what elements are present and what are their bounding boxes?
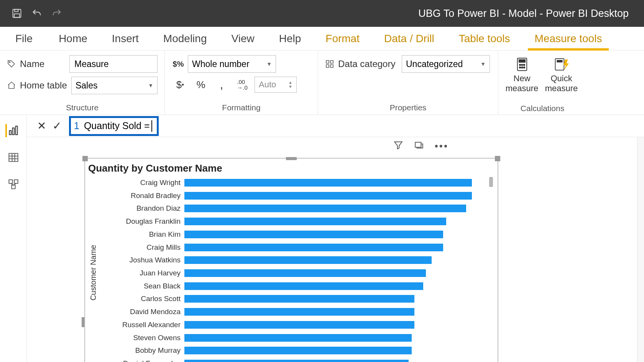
category-icon (325, 59, 334, 69)
chart-bar-row[interactable]: Brandon Diaz (99, 203, 492, 213)
chevron-down-icon: ▼ (148, 82, 153, 88)
resize-handle[interactable] (495, 156, 500, 161)
decimal-button[interactable]: .00→.0 (234, 77, 251, 93)
svg-rect-19 (12, 128, 14, 135)
svg-point-12 (523, 64, 525, 66)
thousands-button[interactable]: , (213, 77, 230, 93)
cancel-formula-button[interactable]: ✕ (34, 118, 49, 134)
home-table-select[interactable]: Sales ▼ (71, 77, 158, 94)
chart-bar-row[interactable]: Russell Alexander (99, 320, 492, 330)
data-view-button[interactable] (6, 151, 21, 164)
tab-help[interactable]: Help (267, 33, 314, 50)
tab-file[interactable]: File (3, 33, 45, 50)
chevron-down-icon: ▼ (266, 61, 272, 67)
bar-chart-visual[interactable]: Quantity by Customer Name Customer Name … (84, 158, 498, 362)
chart-bar-row[interactable]: Steven Owens (99, 333, 492, 343)
bar (184, 218, 446, 225)
new-measure-button[interactable]: New measure (505, 55, 539, 94)
currency-button[interactable]: $▾ (172, 77, 189, 93)
more-options-icon[interactable]: ••• (435, 140, 449, 152)
tab-insert[interactable]: Insert (100, 33, 151, 50)
bar (184, 282, 423, 290)
chart-bar-row[interactable]: Douglas Franklin (99, 216, 492, 226)
formula-editor[interactable]: 1 Quantity Sold = (69, 116, 159, 136)
bar (184, 360, 409, 362)
line-number: 1 (74, 120, 79, 131)
bar (184, 295, 414, 303)
bar-label: Russell Alexander (99, 321, 184, 329)
bar (184, 192, 472, 200)
filter-icon[interactable] (393, 140, 403, 152)
chart-bar-row[interactable]: Ronald Bradley (99, 191, 492, 201)
decimal-placeholder: Auto (259, 80, 276, 90)
chart-bar-row[interactable]: David Mendoza (99, 307, 492, 317)
bar (184, 205, 466, 212)
redo-icon[interactable] (51, 7, 63, 20)
bar-label: Steven Owens (99, 334, 184, 342)
tab-tabletools[interactable]: Table tools (447, 33, 522, 50)
svg-rect-20 (15, 126, 17, 134)
chart-bar-row[interactable]: Craig Wright (99, 178, 492, 188)
tab-view[interactable]: View (219, 33, 267, 50)
svg-rect-7 (330, 65, 333, 67)
bar-label: Joshua Watkins (99, 256, 184, 264)
format-select[interactable]: Whole number ▼ (188, 55, 276, 73)
report-canvas[interactable]: ••• Quantity by Customer Name Customer N… (27, 137, 644, 362)
data-category-label: Data category (338, 59, 395, 69)
svg-rect-5 (330, 61, 333, 63)
chart-bar-row[interactable]: Daniel Fernandez (99, 359, 492, 362)
bar-label: Craig Mills (99, 243, 184, 252)
spinner-icon: ▲▼ (288, 80, 292, 89)
tag-icon (7, 59, 16, 69)
home-table-label: Home table (20, 80, 67, 91)
svg-rect-31 (415, 142, 421, 147)
save-icon[interactable] (11, 7, 23, 20)
tab-format[interactable]: Format (313, 33, 372, 50)
format-icon: $% (172, 57, 185, 70)
svg-rect-6 (326, 65, 329, 67)
resize-handle[interactable] (82, 156, 88, 161)
chart-plot-area: Craig WrightRonald BradleyBrandon DiazDo… (99, 177, 492, 362)
bar (184, 321, 414, 329)
svg-rect-17 (557, 60, 562, 62)
chart-bar-row[interactable]: Brian Kim (99, 229, 492, 239)
tab-modeling[interactable]: Modeling (151, 33, 219, 50)
new-measure-label: New measure (506, 74, 539, 93)
undo-icon[interactable] (31, 7, 43, 20)
bar-label: Douglas Franklin (99, 217, 184, 226)
svg-rect-21 (9, 154, 18, 162)
collapsed-pane[interactable] (637, 137, 644, 362)
tab-datadrill[interactable]: Data / Drill (372, 33, 447, 50)
text-cursor (151, 120, 152, 132)
tab-home[interactable]: Home (46, 33, 100, 50)
bar-label: David Mendoza (99, 308, 184, 316)
svg-point-3 (9, 62, 10, 63)
commit-formula-button[interactable]: ✓ (49, 118, 64, 134)
scrollbar[interactable] (489, 177, 493, 362)
decimal-places-input[interactable]: Auto ▲▼ (255, 77, 297, 93)
model-view-button[interactable] (6, 178, 21, 191)
data-category-select[interactable]: Uncategorized ▼ (402, 55, 490, 73)
percent-button[interactable]: % (192, 77, 209, 93)
bar (184, 308, 414, 316)
chart-bar-row[interactable]: Joshua Watkins (99, 255, 492, 265)
bar (184, 269, 426, 277)
tab-measuretools[interactable]: Measure tools (522, 33, 614, 50)
bar (184, 231, 443, 238)
chart-bar-row[interactable]: Bobby Murray (99, 346, 492, 356)
resize-handle[interactable] (286, 157, 297, 160)
report-view-button[interactable] (5, 124, 20, 137)
chart-bar-row[interactable]: Carlos Scott (99, 294, 492, 304)
quick-measure-button[interactable]: Quick measure (543, 55, 580, 94)
chart-bar-row[interactable]: Sean Black (99, 281, 492, 291)
chart-bar-row[interactable]: Craig Mills (99, 242, 492, 252)
focus-mode-icon[interactable] (414, 140, 424, 152)
measure-name-input[interactable] (69, 55, 158, 73)
bar-label: Craig Wright (99, 179, 184, 187)
chart-bar-row[interactable]: Juan Harvey (99, 268, 492, 278)
bar-label: Juan Harvey (99, 269, 184, 277)
bar-label: Brian Kim (99, 230, 184, 239)
group-label-formatting: Formatting (172, 101, 311, 112)
svg-rect-4 (326, 61, 329, 63)
bar-label: Sean Black (99, 282, 184, 290)
